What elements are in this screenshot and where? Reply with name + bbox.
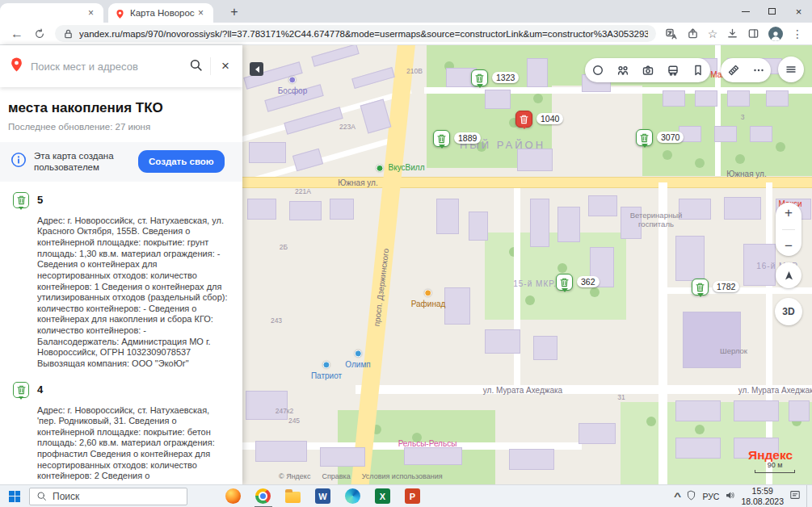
map-canvas[interactable]: Босфор210ВМагнит223АНЫЙ РАЙОНВкусВиллЮжн… bbox=[242, 45, 812, 484]
start-button[interactable] bbox=[0, 485, 29, 507]
yandex-maps-favicon bbox=[115, 8, 125, 19]
close-icon[interactable]: × bbox=[218, 58, 233, 74]
zoom-control: + − bbox=[776, 203, 801, 256]
map-label: 223А bbox=[339, 124, 356, 132]
container-sites-list: 5Адрес: г. Новороссийск, ст. Натухаевска… bbox=[0, 182, 242, 484]
map-tools bbox=[721, 58, 771, 82]
url-bar[interactable]: yandex.ru/maps/970/novorossiysk/?ll=37.7… bbox=[55, 25, 656, 42]
attribution-link[interactable]: Справка bbox=[322, 472, 350, 480]
collapse-sidebar-button[interactable] bbox=[250, 62, 263, 76]
map-label: Босфор bbox=[278, 86, 307, 95]
create-your-own-button[interactable]: Создать свою bbox=[138, 150, 225, 173]
marker-count-label: 1040 bbox=[536, 113, 563, 124]
poi-dot-icon bbox=[288, 76, 296, 83]
show-desktop-button[interactable] bbox=[806, 485, 810, 507]
locate-me-button[interactable] bbox=[776, 262, 801, 288]
taskbar-firefox-icon[interactable] bbox=[218, 485, 248, 507]
notification-center-icon[interactable] bbox=[789, 489, 801, 504]
browser-tab-background[interactable]: × bbox=[0, 3, 103, 23]
marker-count-label: 1782 bbox=[713, 281, 739, 292]
download-icon[interactable] bbox=[726, 27, 738, 40]
site-description: Адрес: г. Новороссийск, ст. Натухаевская… bbox=[37, 216, 228, 370]
translate-icon[interactable] bbox=[665, 27, 678, 40]
taskbar-search-box[interactable]: Поиск bbox=[29, 488, 187, 505]
map-marker-362[interactable]: 362 bbox=[556, 274, 573, 291]
map-label: Южная ул. bbox=[726, 170, 766, 178]
mirrors-icon[interactable] bbox=[610, 58, 635, 82]
map-label: ВкусВилл bbox=[389, 163, 425, 172]
hidden-icons-caret[interactable]: ^ bbox=[674, 491, 681, 502]
marker-count-label: 362 bbox=[577, 276, 600, 287]
side-panel-icon[interactable] bbox=[747, 27, 759, 40]
window-maximize-button[interactable] bbox=[759, 0, 785, 23]
photos-icon[interactable] bbox=[635, 58, 660, 82]
taskbar-powerpoint-icon[interactable]: P bbox=[398, 485, 427, 507]
map-label: Патриот bbox=[311, 371, 342, 380]
map-marker-1040[interactable]: 1040 bbox=[515, 111, 532, 128]
transport-icon[interactable] bbox=[660, 58, 685, 82]
taskbar-edge-icon[interactable] bbox=[338, 485, 368, 507]
language-indicator[interactable]: РУС bbox=[702, 492, 719, 501]
reload-button[interactable] bbox=[29, 23, 50, 44]
map-label: Рафинад bbox=[411, 300, 446, 308]
map-marker-1323[interactable]: 1323 bbox=[471, 69, 488, 86]
tab-close-icon[interactable]: × bbox=[85, 7, 97, 19]
marker-count-label: 3070 bbox=[657, 132, 684, 143]
map-marker-1782[interactable]: 1782 bbox=[692, 279, 709, 295]
divider bbox=[210, 57, 211, 75]
search-icon[interactable] bbox=[189, 58, 203, 75]
3d-view-button[interactable]: 3D bbox=[775, 298, 802, 325]
taskbar-explorer-icon[interactable] bbox=[278, 485, 308, 507]
more-icon[interactable] bbox=[746, 58, 771, 82]
map-label: 247к2 bbox=[276, 408, 294, 416]
map-label: 3 bbox=[741, 114, 745, 122]
list-item[interactable]: 5Адрес: г. Новороссийск, ст. Натухаевска… bbox=[0, 182, 242, 371]
search-input[interactable] bbox=[31, 61, 182, 73]
map-menu-button[interactable] bbox=[778, 57, 804, 82]
attribution-link[interactable]: Условия использования bbox=[362, 472, 443, 480]
ruler-icon[interactable] bbox=[721, 58, 746, 82]
share-icon[interactable] bbox=[687, 27, 699, 40]
map-label: 245 bbox=[288, 417, 300, 425]
site-number: 5 bbox=[37, 194, 43, 206]
site-info-lock-icon[interactable] bbox=[63, 28, 74, 39]
scale-value: 90 м bbox=[755, 461, 795, 469]
zoom-out-button[interactable]: − bbox=[785, 239, 793, 253]
map-toolbar bbox=[585, 58, 710, 82]
url-text: yandex.ru/maps/970/novorossiysk/?ll=37.7… bbox=[79, 29, 648, 39]
marker-count-label: 1323 bbox=[492, 72, 519, 83]
map-label: Рельсы-Рельсы bbox=[398, 439, 457, 448]
tab-close-icon[interactable]: × bbox=[195, 7, 207, 19]
taskbar-apps: WXP bbox=[218, 485, 427, 507]
taskbar-clock[interactable]: 15:59 18.08.2023 bbox=[741, 486, 784, 505]
list-item[interactable]: 4Адрес: г. Новороссийск, ст. Натухаевска… bbox=[0, 371, 242, 484]
map-label: 31 bbox=[617, 394, 625, 402]
map-label: ул. Мурата Ахеджака bbox=[738, 386, 812, 395]
copyright-text: © Яндекс bbox=[279, 472, 310, 480]
back-button[interactable]: ← bbox=[6, 23, 27, 44]
map-marker-3070[interactable]: 3070 bbox=[636, 129, 653, 146]
window-controls: × bbox=[732, 0, 812, 23]
desktop-screen: × Карта Новороссийск × + × ← yandex.ru/m… bbox=[0, 0, 812, 507]
window-minimize-button[interactable] bbox=[732, 0, 759, 23]
security-shield-icon[interactable] bbox=[686, 489, 696, 504]
window-close-button[interactable]: × bbox=[785, 0, 812, 23]
map-label: 210В bbox=[406, 68, 423, 76]
trash-bin-icon bbox=[515, 111, 532, 128]
panorama-icon[interactable] bbox=[585, 58, 610, 82]
yandex-maps-pin-logo bbox=[10, 57, 23, 76]
profile-avatar[interactable] bbox=[768, 27, 783, 41]
browser-tab-active[interactable]: Карта Новороссийск × bbox=[108, 3, 213, 23]
taskbar-chrome-icon[interactable] bbox=[248, 485, 278, 507]
map-label: Ветеринарный госпиталь bbox=[630, 212, 683, 228]
map-marker-1889[interactable]: 1889 bbox=[433, 130, 450, 147]
bookmark-star-icon[interactable]: ☆ bbox=[708, 27, 718, 40]
taskbar-excel-icon[interactable]: X bbox=[368, 485, 398, 507]
browser-menu-icon[interactable]: ⋮ bbox=[792, 27, 803, 40]
clock-date: 18.08.2023 bbox=[741, 497, 784, 506]
taskbar-word-icon[interactable]: W bbox=[308, 485, 338, 507]
new-tab-button[interactable]: + bbox=[225, 4, 244, 20]
speaker-icon[interactable] bbox=[725, 489, 735, 504]
bookmarks-icon[interactable] bbox=[685, 58, 710, 82]
zoom-in-button[interactable]: + bbox=[785, 206, 793, 220]
